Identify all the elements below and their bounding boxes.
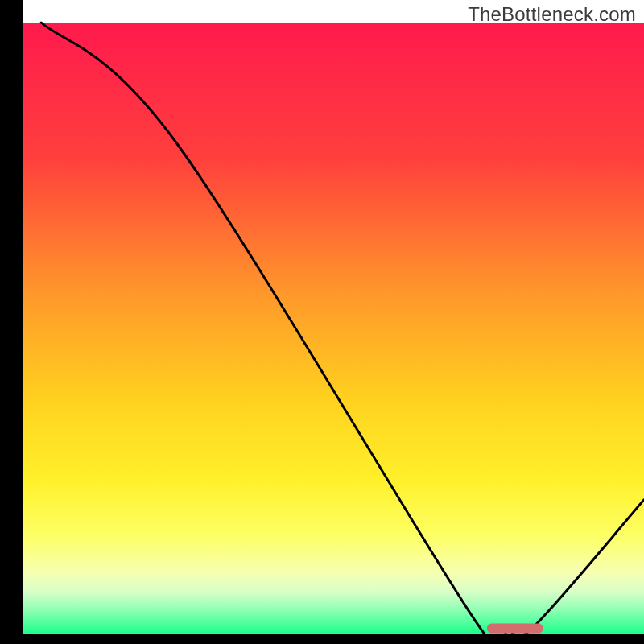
x-axis <box>0 634 644 644</box>
plot-background <box>23 23 644 634</box>
y-axis <box>0 0 23 644</box>
optimal-zone-marker <box>487 623 543 633</box>
bottleneck-chart <box>0 0 644 644</box>
chart-container: TheBottleneck.com <box>0 0 644 644</box>
